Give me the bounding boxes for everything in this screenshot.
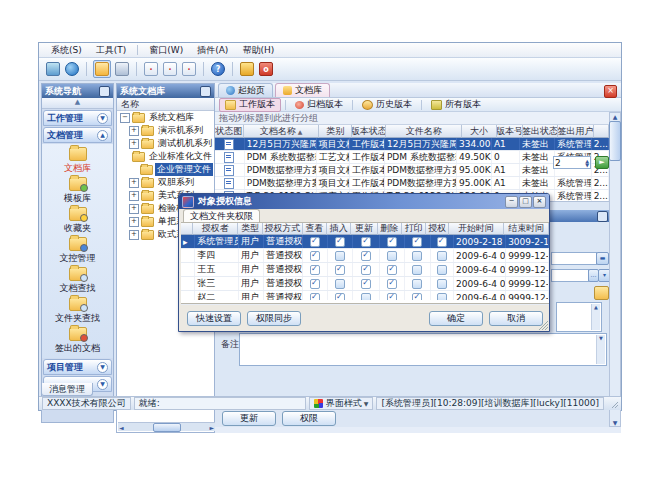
dialog-column-header-3[interactable]: 授权方式: [263, 223, 303, 235]
sidebar-item-active[interactable]: 文档库: [42, 146, 113, 176]
tree-item[interactable]: −系统文档库: [117, 111, 214, 124]
tab-folder-permissions[interactable]: 文档文件夹权限: [183, 209, 260, 222]
scrollbar-thumb[interactable]: [153, 423, 181, 432]
detail-field-1[interactable]: [551, 252, 597, 265]
clear-field-button[interactable]: ▬: [596, 252, 609, 265]
table-row[interactable]: PDM 系统数据整理检...工艺文档工作版本PDM 系统数据整理...49.50…: [215, 151, 609, 164]
chevron-down-icon[interactable]: ▼: [97, 113, 108, 124]
sidebar-item-entry[interactable]: 文控管理: [42, 236, 113, 266]
system-button[interactable]: [45, 61, 61, 77]
column-header-1[interactable]: 文档名称▲: [244, 125, 320, 138]
chevron-up-icon[interactable]: ▲: [97, 130, 108, 141]
detail-list-box[interactable]: ▲: [556, 302, 602, 332]
cancel-button[interactable]: 取消: [489, 311, 543, 326]
dialog-column-header-1[interactable]: 授权者: [193, 223, 239, 235]
table-row[interactable]: PDM数据整理方案2.doc项目文档工作版本PDM数据整理方案2.doc95.0…: [215, 177, 609, 190]
ok-button[interactable]: 确定: [429, 311, 483, 326]
tree-horizontal-scrollbar[interactable]: ◄ ►: [118, 422, 215, 431]
dialog-column-header-8[interactable]: 打印: [402, 223, 426, 235]
tab-home[interactable]: 起始页: [218, 83, 273, 97]
permission-checkbox[interactable]: [437, 265, 447, 275]
doc-sync-button[interactable]: ·: [181, 61, 197, 77]
permission-checkbox[interactable]: [437, 237, 447, 247]
tab-message-management[interactable]: 消息管理: [41, 383, 93, 396]
quantity-stepper[interactable]: 2 ▲▼: [553, 156, 591, 169]
exit-button[interactable]: o: [258, 61, 274, 77]
permission-checkbox[interactable]: [361, 237, 371, 247]
permission-checkbox[interactable]: [361, 279, 371, 289]
permission-checkbox[interactable]: [361, 251, 371, 261]
permission-checkbox[interactable]: [387, 237, 397, 247]
sidebar-group-doc[interactable]: 文档管理 ▲: [43, 127, 112, 143]
sidebar-collapse-strip[interactable]: ▲: [42, 98, 113, 109]
list-scrollbar[interactable]: ▲: [591, 304, 600, 330]
pushpin-icon[interactable]: [99, 86, 110, 97]
tab-library[interactable]: 文档库: [275, 83, 330, 97]
permission-checkbox[interactable]: [437, 251, 447, 261]
column-header-5[interactable]: 大小: [462, 125, 496, 138]
permission-sync-button[interactable]: 权限同步: [247, 311, 301, 326]
menu-item-2[interactable]: 窗口(W): [143, 43, 189, 58]
pushpin-icon[interactable]: [200, 86, 211, 97]
column-header-3[interactable]: 版本状态: [352, 125, 386, 138]
expand-expander-icon[interactable]: +: [129, 204, 139, 214]
tree-item[interactable]: +双胆系列: [117, 176, 214, 189]
dialog-title-bar[interactable]: 对象授权信息 ─ □ ×: [179, 194, 549, 209]
expand-expander-icon[interactable]: +: [129, 139, 139, 149]
open-folder-button[interactable]: [93, 60, 111, 78]
permission-checkbox[interactable]: [387, 279, 397, 289]
column-header-4[interactable]: 文件名称: [386, 125, 462, 138]
dialog-table-row[interactable]: 张三用户普通授权2009-6-4 0:00:009999-12-31 23:59…: [181, 277, 549, 291]
dialog-column-header-11[interactable]: 结束时间: [504, 223, 549, 235]
doc-export-button[interactable]: ·: [143, 61, 159, 77]
expand-expander-icon[interactable]: +: [129, 230, 139, 240]
menu-item-1[interactable]: 工具(T): [90, 43, 133, 58]
ui-style-selector[interactable]: 界面样式 ▼: [309, 397, 374, 410]
permission-checkbox[interactable]: [412, 237, 422, 247]
menu-item-0[interactable]: 系统(S): [45, 43, 88, 58]
update-button[interactable]: 更新: [222, 411, 276, 426]
dialog-table-row[interactable]: 李四用户普通授权2009-6-4 0:00:009999-12-31 23:59…: [181, 249, 549, 263]
quick-setup-button[interactable]: 快速设置: [187, 311, 241, 326]
maximize-button[interactable]: □: [519, 196, 532, 208]
chevron-down-icon[interactable]: ▼: [97, 379, 108, 390]
sidebar-group-work[interactable]: 工作管理 ▼: [43, 110, 112, 126]
column-header-7[interactable]: 签出状态: [523, 125, 557, 138]
expand-expander-icon[interactable]: +: [129, 191, 139, 201]
tree-item[interactable]: +演示机系列: [117, 124, 214, 137]
dialog-column-header-2[interactable]: 类型: [238, 223, 262, 235]
table-row[interactable]: PDM数据整理方案.doc项目文档工作版本PDM数据整理方案.doc95.00K…: [215, 164, 609, 177]
minimize-button[interactable]: ─: [505, 196, 518, 208]
help-button[interactable]: ?: [210, 61, 226, 77]
permission-checkbox[interactable]: [335, 237, 345, 247]
doc-import-button[interactable]: ·: [162, 61, 178, 77]
scroll-left-arrow-icon[interactable]: ◄: [119, 424, 124, 431]
sidebar-item-entry[interactable]: 模板库: [42, 176, 113, 206]
detail-field-2[interactable]: [551, 269, 589, 282]
column-header-6[interactable]: 版本号: [497, 125, 524, 138]
menu-item-4[interactable]: 帮助(H): [236, 43, 280, 58]
tree-item[interactable]: +测试机机系列: [117, 137, 214, 150]
lock-button[interactable]: [239, 61, 255, 77]
dialog-column-header-5[interactable]: 插入: [327, 223, 351, 235]
dialog-column-header-9[interactable]: 授权: [426, 223, 448, 235]
permission-checkbox[interactable]: [412, 279, 422, 289]
sidebar-item-entry[interactable]: 文件夹查找: [42, 296, 113, 326]
remark-textarea[interactable]: ▼: [239, 333, 607, 366]
column-header-0[interactable]: 状态图: [215, 125, 244, 138]
column-header-8[interactable]: 签出用户: [558, 125, 594, 138]
dialog-column-header-4[interactable]: 查看: [303, 223, 327, 235]
window-resize-grip[interactable]: [609, 399, 618, 408]
globe-button[interactable]: [64, 61, 80, 77]
dialog-table-row[interactable]: 王五用户普通授权2009-6-4 0:00:009999-12-31 23:59…: [181, 263, 549, 277]
scroll-right-arrow-icon[interactable]: ►: [209, 424, 214, 431]
expand-expander-icon[interactable]: +: [129, 178, 139, 188]
permission-checkbox[interactable]: [387, 251, 397, 261]
scroll-up-arrow-icon[interactable]: ▲: [613, 113, 618, 120]
browse-folder-button[interactable]: [594, 286, 609, 300]
dialog-resize-grip[interactable]: [539, 321, 548, 330]
stepper-arrows-icon[interactable]: ▲▼: [585, 159, 589, 167]
permission-checkbox[interactable]: [387, 265, 397, 275]
expand-expander-icon[interactable]: +: [129, 126, 139, 136]
sidebar-item-entry[interactable]: 文档查找: [42, 266, 113, 296]
